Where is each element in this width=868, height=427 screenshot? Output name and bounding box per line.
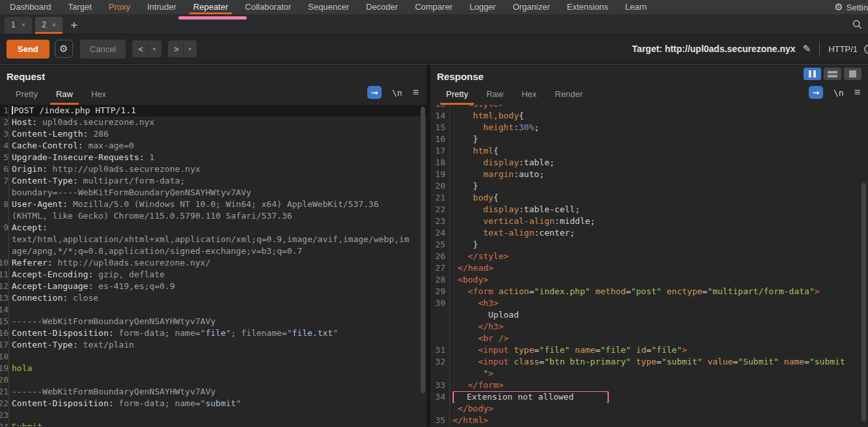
- settings-button[interactable]: ⚙ Settin: [834, 0, 868, 14]
- code-line: 20: [0, 374, 427, 386]
- syntax-highlight-icon[interactable]: ⇝: [367, 86, 382, 99]
- code-line: 11Accept-Encoding: gzip, deflate: [0, 269, 427, 281]
- syntax-highlight-icon[interactable]: ⇝: [809, 86, 823, 99]
- request-rows: 1POST /index.php HTTP/1.12Host: upl0ads.…: [0, 105, 427, 426]
- hamburger-menu-icon[interactable]: ≡: [413, 87, 419, 98]
- response-editor[interactable]: 13 <style>14 html,body{15 height:30%;16 …: [430, 105, 868, 426]
- code-line: 15 height:30%;: [430, 122, 868, 133]
- request-scrollbar[interactable]: [421, 107, 425, 393]
- code-line: 25 }: [430, 239, 868, 251]
- menu-item-organizer[interactable]: Organizer: [504, 0, 558, 14]
- send-button[interactable]: Send: [7, 40, 49, 59]
- gear-icon: ⚙: [59, 43, 68, 55]
- view-tab-raw[interactable]: Raw: [477, 85, 512, 105]
- cancel-button[interactable]: Cancel: [80, 40, 126, 59]
- menu-item-collaborator[interactable]: Collaborator: [236, 0, 300, 14]
- code-line: </h3>: [430, 321, 868, 333]
- code-line: 26 </style>: [430, 251, 868, 262]
- menu-item-logger[interactable]: Logger: [461, 0, 504, 14]
- line-number: 21: [430, 192, 450, 204]
- code-line: (KHTML, like Gecko) Chrome/115.0.5790.11…: [0, 210, 427, 222]
- request-toolbar: Send ⚙ Cancel < ▾ > ▾ Target: http://upl…: [0, 34, 868, 64]
- send-settings-button[interactable]: ⚙: [55, 40, 73, 58]
- line-number: 6: [0, 163, 9, 175]
- target-zone: Target: http://upl0ads.securezone.nyx ✎ …: [632, 42, 868, 56]
- line-number: 15: [0, 316, 9, 327]
- request-view-tabs: PrettyRawHex: [7, 85, 420, 105]
- line-number: 25: [430, 239, 450, 251]
- code-line: 17Content-Type: text/plain: [0, 339, 427, 351]
- code-line: 20 }: [430, 180, 868, 192]
- code-line: 13 <style>: [430, 105, 868, 110]
- code-line: 29 <form action="index.php" method="post…: [430, 286, 868, 297]
- line-number: 13: [0, 292, 9, 304]
- text-cursor: [12, 106, 13, 115]
- menubar-items: DashboardTargetProxyIntruderRepeaterColl…: [1, 0, 655, 14]
- close-icon[interactable]: ×: [52, 21, 56, 29]
- line-number: 10: [0, 257, 9, 269]
- menu-item-dashboard[interactable]: Dashboard: [1, 0, 60, 14]
- line-number: 16: [0, 327, 9, 339]
- response-panel: Response PrettyRawHexRender ⇝ \n ≡ 13 <s…: [430, 64, 868, 426]
- line-number: 24: [430, 227, 450, 239]
- menu-item-repeater[interactable]: Repeater: [185, 0, 236, 14]
- protocol-label[interactable]: HTTP/1: [828, 44, 858, 54]
- line-number: 16: [430, 133, 450, 145]
- menu-item-decoder[interactable]: Decoder: [357, 0, 406, 14]
- response-scrollbar[interactable]: [861, 183, 866, 421]
- view-tab-raw[interactable]: Raw: [47, 85, 82, 105]
- help-icon[interactable]: [864, 44, 868, 54]
- code-line: 27 </head>: [430, 262, 868, 274]
- add-tab-button[interactable]: +: [70, 19, 77, 31]
- view-tab-hex[interactable]: Hex: [512, 85, 546, 105]
- code-line: boundary=----WebKitFormBoundaryQenNSAYHW…: [0, 187, 427, 199]
- close-icon[interactable]: ×: [21, 21, 25, 29]
- view-tab-hex[interactable]: Hex: [82, 85, 115, 105]
- code-line: 16Content-Disposition: form-data; name="…: [0, 327, 427, 339]
- line-number: 33: [430, 379, 450, 391]
- show-newlines-icon[interactable]: \n: [833, 88, 844, 98]
- menu-item-target[interactable]: Target: [60, 0, 100, 14]
- line-number: 17: [430, 145, 450, 157]
- code-line: 3Content-Length: 286: [0, 128, 427, 140]
- repeater-tab-1[interactable]: 1×: [5, 17, 32, 34]
- line-number: 4: [0, 140, 9, 152]
- history-back-button[interactable]: < ▾: [132, 40, 161, 57]
- view-tab-pretty[interactable]: Pretty: [7, 85, 47, 105]
- menu-item-proxy[interactable]: Proxy: [100, 0, 139, 14]
- line-number: 20: [0, 374, 9, 386]
- line-number: [0, 210, 9, 222]
- menu-item-sequencer[interactable]: Sequencer: [300, 0, 357, 14]
- line-number: 29: [430, 286, 450, 297]
- line-number: 35: [430, 415, 450, 426]
- divider: [148, 44, 148, 54]
- line-number: 8: [0, 199, 9, 210]
- code-line: 34 Extension not allowed: [430, 391, 868, 403]
- code-line: 16 }: [430, 133, 868, 145]
- request-editor[interactable]: 1POST /index.php HTTP/1.12Host: upl0ads.…: [0, 105, 427, 426]
- request-header: Request PrettyRawHex ⇝ \n ≡: [0, 64, 427, 105]
- line-number: [430, 403, 450, 415]
- line-number: 11: [0, 269, 9, 281]
- line-number: 22: [430, 204, 450, 215]
- menu-item-learn[interactable]: Learn: [617, 0, 655, 14]
- edit-pencil-icon[interactable]: ✎: [803, 43, 811, 55]
- hamburger-menu-icon[interactable]: ≡: [854, 87, 860, 98]
- code-line: <br />: [430, 333, 868, 344]
- search-icon[interactable]: [852, 20, 862, 29]
- response-header: Response PrettyRawHexRender ⇝ \n ≡: [430, 64, 868, 105]
- history-forward-button[interactable]: > ▾: [168, 40, 197, 57]
- menu-item-extensions[interactable]: Extensions: [559, 0, 617, 14]
- line-number: 23: [430, 215, 450, 227]
- view-tab-pretty[interactable]: Pretty: [437, 85, 477, 105]
- menu-item-comparer[interactable]: Comparer: [406, 0, 461, 14]
- menu-item-intruder[interactable]: Intruder: [139, 0, 185, 14]
- line-number: 31: [430, 344, 450, 356]
- repeater-tab-2[interactable]: 2×: [35, 17, 63, 34]
- show-newlines-icon[interactable]: \n: [392, 88, 402, 98]
- line-number: 2: [0, 117, 9, 128]
- view-tab-render[interactable]: Render: [546, 85, 592, 105]
- tab-label: 1: [11, 20, 16, 29]
- code-line: 15------WebKitFormBoundaryQenNSAYHWtyv7A…: [0, 316, 427, 327]
- line-number: [430, 368, 450, 379]
